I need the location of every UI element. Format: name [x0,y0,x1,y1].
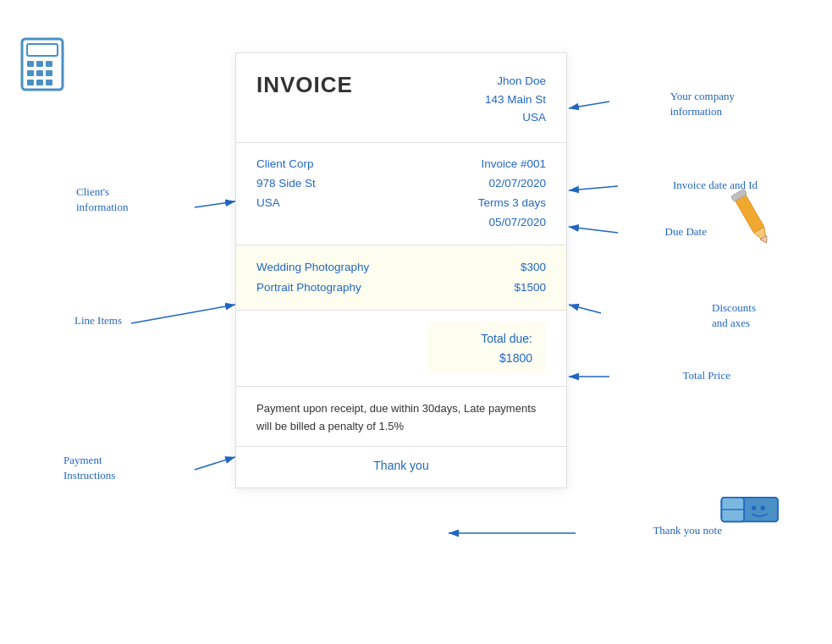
pencil-icon [724,186,783,254]
svg-point-28 [752,506,756,510]
svg-line-6 [131,305,235,323]
svg-rect-14 [36,61,43,67]
annotation-payment-instructions: PaymentInstructions [63,453,115,483]
thankyou-row: Thank you [236,447,566,487]
line-item: Portrait Photography $1500 [256,278,546,298]
payment-text: Payment upon receipt, due within 30days,… [256,402,536,432]
total-label: Total due: [441,329,532,348]
annotation-company-info: Your companyinformation [670,89,735,119]
invoice-meta: Client Corp 978 Side St USA Invoice #001… [236,143,566,245]
line-item-desc-1: Wedding Photography [256,257,369,278]
annotation-invoice-date: Invoice date and Id [673,178,758,193]
invoice-details-block: Invoice #001 02/07/2020 Terms 3 days 05/… [478,155,546,233]
total-box: Total due: $1800 [427,322,546,374]
svg-rect-18 [46,70,52,76]
svg-rect-15 [46,61,52,67]
invoice-due-date: 05/07/2020 [478,213,546,233]
eraser-icon [718,487,785,534]
thankyou-text: Thank you [373,459,428,472]
client-country: USA [256,194,316,213]
total-row: Total due: $1800 [236,311,566,387]
annotation-line-items: Line Items [74,313,122,328]
company-info: Jhon Doe 143 Main St USA [485,72,546,127]
svg-rect-21 [46,80,52,85]
svg-rect-17 [36,70,43,76]
svg-line-3 [569,186,618,190]
svg-rect-12 [27,44,58,56]
line-item: Wedding Photography $300 [256,257,546,278]
svg-line-9 [195,457,235,470]
svg-line-2 [569,102,609,108]
invoice-date: 02/07/2020 [478,174,546,194]
line-item-desc-2: Portrait Photography [256,278,361,298]
client-info-block: Client Corp 978 Side St USA [256,155,316,213]
line-item-amount-1: $300 [521,257,546,278]
svg-rect-19 [27,80,34,85]
invoice-terms: Terms 3 days [478,194,546,213]
company-name: Jhon Doe [485,72,546,91]
annotation-thank-you-note: Thank you note [653,523,722,538]
line-items-section: Wedding Photography $300 Portrait Photog… [236,245,566,311]
invoice-card: INVOICE Jhon Doe 143 Main St USA Client … [235,52,567,488]
total-amount: $1800 [441,349,532,367]
svg-rect-20 [36,80,43,85]
client-address: 978 Side St [256,174,316,194]
invoice-number: Invoice #001 [478,155,546,174]
svg-line-4 [569,227,618,233]
invoice-header: INVOICE Jhon Doe 143 Main St USA [236,53,566,143]
svg-line-7 [569,305,601,313]
svg-rect-13 [27,61,34,67]
company-country: USA [485,108,546,127]
company-address: 143 Main St [485,91,546,109]
svg-point-29 [761,506,765,510]
line-item-amount-2: $1500 [514,278,546,298]
invoice-title: INVOICE [256,72,353,98]
annotation-total-price: Total Price [683,368,731,383]
annotation-client-info: Client'sinformation [76,184,128,215]
svg-line-5 [195,201,235,207]
annotation-discounts: Discountsand axes [712,300,756,331]
svg-rect-16 [27,70,34,76]
client-name: Client Corp [256,155,316,174]
annotation-due-date: Due Date [665,224,707,239]
calculator-icon [15,36,74,95]
payment-instructions-section: Payment upon receipt, due within 30days,… [236,387,566,447]
